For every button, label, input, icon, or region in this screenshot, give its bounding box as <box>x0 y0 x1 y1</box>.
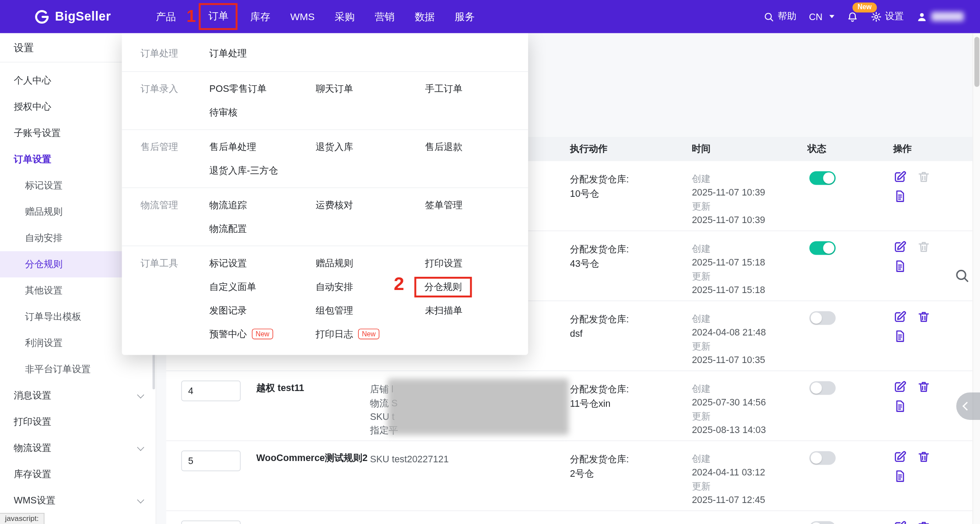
scrollbar-thumb[interactable] <box>974 37 979 87</box>
menu-group-label: 订单录入 <box>140 83 209 94</box>
nav-item-data[interactable]: 数据 <box>405 0 444 33</box>
menu-item-pending-review[interactable]: 待审核 <box>210 107 316 119</box>
sidebar-item-wms-settings[interactable]: WMS设置 <box>0 487 156 514</box>
toggle-knob <box>811 382 822 394</box>
status-toggle[interactable] <box>809 311 836 325</box>
action-target: 10号仓 <box>570 186 692 201</box>
edit-icon[interactable] <box>893 520 906 524</box>
rule-name: 越权 test11 <box>256 371 370 441</box>
panel-collapse-tab[interactable] <box>956 392 980 420</box>
action-type: 分配发货仓库: <box>570 382 692 396</box>
menu-section-order-processing: 订单处理 订单处理 <box>122 33 528 71</box>
menu-item-logistics-tracking[interactable]: 物流追踪 <box>210 199 316 211</box>
menu-item-tag-settings[interactable]: 标记设置 <box>210 257 316 269</box>
settings-button[interactable]: 设置 <box>871 10 904 22</box>
nav-item-wms[interactable]: WMS <box>280 0 325 33</box>
menu-item-unscanned-orders[interactable]: 未扫描单 <box>425 304 528 316</box>
edit-icon[interactable] <box>893 240 906 254</box>
page-scrollbar[interactable] <box>973 33 980 524</box>
menu-section-order-tools: 订单工具 标记设置 赠品规则 打印设置 自定义面单 自动安排 2 分仓规则 发图… <box>122 245 528 351</box>
menu-item-pod-management[interactable]: 签单管理 <box>425 199 528 211</box>
condition-line: SKU test20227121 <box>370 452 570 466</box>
log-icon[interactable] <box>893 329 906 343</box>
menu-item-return-inbound[interactable]: 退货入库 <box>315 141 425 153</box>
menu-item-auto-arrange[interactable]: 自动安排 <box>315 281 425 293</box>
nav-item-orders[interactable]: 订单 <box>199 3 238 30</box>
status-toggle[interactable] <box>809 241 836 255</box>
menu-item-print-log[interactable]: 打印日志New <box>315 328 425 340</box>
sidebar-item-print-settings[interactable]: 打印设置 <box>0 409 156 435</box>
chevron-down-icon <box>137 444 144 451</box>
delete-icon[interactable] <box>917 170 931 184</box>
priority-input[interactable] <box>181 381 241 401</box>
orders-dropdown-menu: 订单处理 订单处理 订单录入 POS零售订单 聊天订单 手工订单 待审核 售后管… <box>122 33 528 355</box>
sidebar-item-nonplatform-order[interactable]: 非平台订单设置 <box>0 356 156 382</box>
app-viewport: BigSeller 产品 1 订单 库存 WMS 采购 营销 数据 服务 帮助 … <box>0 0 980 524</box>
help-button[interactable]: 帮助 <box>763 10 797 22</box>
menu-group-label: 物流管理 <box>140 199 209 211</box>
menu-item-manual-order[interactable]: 手工订单 <box>425 83 528 94</box>
menu-item-after-sales-refund[interactable]: 售后退款 <box>425 141 528 153</box>
edit-icon[interactable] <box>893 450 906 464</box>
toggle-knob <box>823 172 834 184</box>
menu-item-pos-retail-order[interactable]: POS零售订单 <box>210 83 316 94</box>
delete-icon[interactable] <box>917 240 931 254</box>
status-toggle[interactable] <box>809 171 836 185</box>
log-icon[interactable] <box>893 189 906 203</box>
nav-item-products[interactable]: 产品 <box>146 0 186 33</box>
menu-item-return-inbound-3pl[interactable]: 退货入库-三方仓 <box>210 164 316 176</box>
chevron-down-icon <box>137 496 144 503</box>
menu-item-freight-check[interactable]: 运费核对 <box>315 199 425 211</box>
edit-icon[interactable] <box>893 310 906 324</box>
log-icon[interactable] <box>893 399 906 413</box>
chevron-left-icon <box>962 402 971 410</box>
menu-item-print-settings[interactable]: 打印设置 <box>425 257 528 269</box>
action-type: 分配发货仓库: <box>570 522 692 524</box>
sidebar-item-logistics-settings[interactable]: 物流设置 <box>0 435 156 461</box>
priority-input[interactable] <box>181 451 241 471</box>
nav-item-inventory[interactable]: 库存 <box>240 0 280 33</box>
nav-item-services[interactable]: 服务 <box>444 0 484 33</box>
floating-search-button[interactable] <box>954 267 970 286</box>
language-selector[interactable]: CN <box>809 11 834 22</box>
menu-item-warehouse-rules[interactable]: 分仓规则 <box>414 276 472 297</box>
menu-item-alert-center[interactable]: 预警中心New <box>210 328 316 340</box>
log-icon[interactable] <box>893 469 906 483</box>
delete-icon[interactable] <box>917 380 931 394</box>
nav-item-purchase[interactable]: 采购 <box>325 0 364 33</box>
updated-time: 2025-11-07 10:39 <box>692 213 807 227</box>
status-toggle[interactable] <box>809 521 836 524</box>
menu-item-after-sales-processing[interactable]: 售后单处理 <box>210 141 316 153</box>
delete-icon[interactable] <box>917 310 931 324</box>
menu-section-after-sales: 售后管理 售后单处理 退货入库 售后退款 退货入库-三方仓 <box>122 129 528 188</box>
log-icon[interactable] <box>893 259 906 273</box>
col-header-action: 执行动作 <box>570 143 692 155</box>
updated-label: 更新 <box>692 339 807 353</box>
user-menu[interactable] <box>916 11 964 22</box>
menu-item-bundle-management[interactable]: 组包管理 <box>315 304 425 316</box>
priority-input[interactable] <box>181 521 241 524</box>
delete-icon[interactable] <box>917 520 931 524</box>
created-label: 创建 <box>692 242 807 255</box>
menu-group-label: 订单处理 <box>140 47 209 59</box>
menu-item-order-processing[interactable]: 订单处理 <box>210 47 316 59</box>
annotation-step-2: 2 <box>394 273 404 294</box>
notifications-button[interactable]: New <box>847 11 858 22</box>
menu-item-gift-rules[interactable]: 赠品规则 <box>315 257 425 269</box>
created-label: 创建 <box>692 452 807 465</box>
sidebar-item-message-settings[interactable]: 消息设置 <box>0 382 156 409</box>
edit-icon[interactable] <box>893 170 906 184</box>
sidebar-item-inventory-settings[interactable]: 库存设置 <box>0 461 156 487</box>
browser-status-bar: javascript: <box>0 513 44 524</box>
help-label: 帮助 <box>778 10 797 22</box>
nav-item-marketing[interactable]: 营销 <box>365 0 405 33</box>
menu-item-custom-label[interactable]: 自定义面单 <box>210 281 316 293</box>
menu-item-image-send-record[interactable]: 发图记录 <box>210 304 316 316</box>
brand-logo[interactable]: BigSeller <box>34 8 111 24</box>
status-toggle[interactable] <box>809 381 836 395</box>
menu-item-chat-order[interactable]: 聊天订单 <box>315 83 425 94</box>
status-toggle[interactable] <box>809 451 836 465</box>
menu-item-logistics-config[interactable]: 物流配置 <box>210 223 316 234</box>
delete-icon[interactable] <box>917 450 931 464</box>
edit-icon[interactable] <box>893 380 906 394</box>
